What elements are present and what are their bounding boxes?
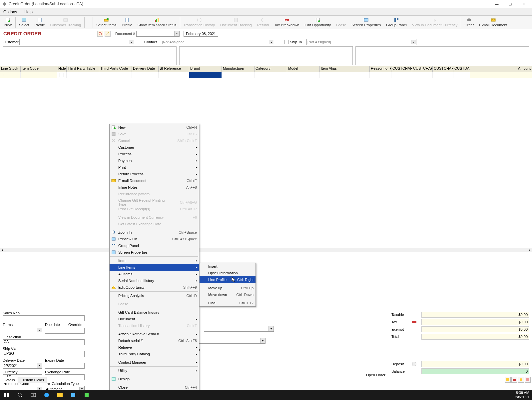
tb-edit-opportunity[interactable]: Edit Opportunity bbox=[302, 17, 333, 28]
duedate-input[interactable] bbox=[45, 328, 85, 334]
hide-check[interactable] bbox=[60, 73, 64, 77]
menu-gift-card-balance-inquiry[interactable]: Gift Card Balance Inquiry bbox=[110, 309, 199, 316]
svg-point-18 bbox=[318, 20, 320, 22]
expiry-input[interactable] bbox=[45, 363, 85, 369]
tb-order[interactable]: Order bbox=[462, 17, 476, 28]
svg-point-29 bbox=[412, 362, 416, 366]
exempt-value: $0.00 bbox=[421, 326, 529, 332]
menu-screen-properties[interactable]: Screen Properties bbox=[110, 249, 199, 256]
tb-screen-properties[interactable]: Screen Properties bbox=[349, 17, 383, 28]
menu-e-mail-document[interactable]: E-mail DocumentCtrl+E bbox=[110, 177, 199, 184]
menu-contact-manager[interactable]: Contact Manager▸ bbox=[110, 359, 199, 366]
menu-return-process[interactable]: Return Process▸ bbox=[110, 171, 199, 177]
deliverydate-combo[interactable]: 2/8/2021▾ bbox=[3, 363, 42, 369]
menu-detach-serial-[interactable]: Detach serial #Ctrl+Alt+F8 bbox=[110, 337, 199, 344]
terms-combo[interactable]: ▾ bbox=[3, 327, 42, 333]
salesrep-label: Sales Rep bbox=[3, 311, 85, 315]
menu-payment[interactable]: Payment▸ bbox=[110, 157, 199, 164]
menu-item[interactable]: Item▸ bbox=[110, 257, 199, 264]
search-icon[interactable] bbox=[13, 390, 27, 400]
tb-profile2[interactable]: Profile bbox=[119, 17, 135, 28]
menu-new[interactable]: NewCtrl+N bbox=[110, 124, 199, 131]
tax-icon[interactable] bbox=[411, 319, 417, 325]
taskview-icon[interactable] bbox=[27, 390, 40, 400]
menu-line-items[interactable]: Line Items▸ bbox=[110, 264, 199, 271]
tray-icon-1[interactable] bbox=[505, 377, 511, 383]
menu-utility[interactable]: Utility▸ bbox=[110, 367, 199, 374]
duedate-label: Due date bbox=[45, 323, 60, 327]
shipto-check[interactable] bbox=[284, 40, 288, 44]
app-icon-2[interactable] bbox=[80, 390, 93, 400]
taskbar-clock[interactable]: 8:39 AM 2/8/2021 bbox=[515, 391, 532, 399]
menu-attach-retrieve-serial-[interactable]: Attach / Retrieve Serial #▸ bbox=[110, 331, 199, 337]
tab-custom-fields[interactable]: Custom Fields bbox=[18, 377, 47, 383]
svg-line-50 bbox=[21, 396, 22, 397]
customer-combo[interactable]: ▾ bbox=[19, 39, 134, 45]
tb-stock-status[interactable]: Show Item Stock Status bbox=[135, 17, 179, 28]
explorer-icon[interactable] bbox=[53, 390, 67, 400]
grid-hscroll[interactable]: ◂ ▸ bbox=[0, 248, 532, 252]
contact-combo[interactable]: [Not Assigned]▾ bbox=[161, 39, 274, 45]
tb-tax-breakdown[interactable]: TAXTax Breakdown bbox=[271, 17, 302, 28]
menu-insert[interactable]: Insert bbox=[200, 263, 256, 270]
menu-line-profile[interactable]: Line ProfileCtrl+Right bbox=[200, 276, 256, 283]
doc-icon-2[interactable] bbox=[105, 31, 111, 37]
context-menu-main[interactable]: NewCtrl+NSaveCtrl+SCancelShift+Ctrl+ZCus… bbox=[109, 124, 199, 391]
menu-print[interactable]: Print▸ bbox=[110, 164, 199, 171]
salesrep-input[interactable] bbox=[3, 315, 85, 321]
menu-serial-number-history[interactable]: Serial Number History▸ bbox=[110, 277, 199, 284]
menu-all-items[interactable]: All Items▸ bbox=[110, 271, 199, 277]
grid-row-1[interactable]: 1 bbox=[0, 72, 532, 78]
menu-change-gift-receipt-printing-type: Change Gift Receipt Printing TypeCtrl+Al… bbox=[110, 199, 199, 206]
customer-label: Customer bbox=[3, 40, 19, 44]
items-grid[interactable]: Line Stock Item Code Hide Third Party Ta… bbox=[0, 66, 532, 78]
menu-move-up[interactable]: Move upCtrl+Up bbox=[200, 285, 256, 291]
taskbar[interactable]: 8:39 AM 2/8/2021 bbox=[0, 390, 532, 400]
minimize-button[interactable]: — bbox=[490, 0, 503, 8]
shipvia-input[interactable]: UPSG bbox=[3, 351, 85, 357]
shipto-combo[interactable]: [Not Assigned]▾ bbox=[306, 39, 416, 45]
maximize-button[interactable]: ▢ bbox=[503, 0, 517, 8]
tray-icon-4[interactable] bbox=[525, 377, 531, 383]
menu-inline-notes[interactable]: Inline NotesAlt+F8 bbox=[110, 184, 199, 191]
ie-icon[interactable] bbox=[40, 390, 53, 400]
menu-retrieve[interactable]: Retrieve▸ bbox=[110, 344, 199, 351]
menu-design[interactable]: Design bbox=[110, 376, 199, 382]
override-check[interactable] bbox=[63, 323, 67, 327]
tb-group-panel[interactable]: Group Panel bbox=[383, 17, 409, 28]
start-button[interactable] bbox=[0, 390, 13, 400]
menu-group-panel[interactable]: Group Panel bbox=[110, 242, 199, 249]
menu-customer[interactable]: Customer▸ bbox=[110, 144, 199, 151]
exrate-input[interactable] bbox=[45, 374, 85, 380]
tb-select-items[interactable]: Select Items bbox=[94, 17, 119, 28]
menu-options[interactable]: Options bbox=[2, 9, 18, 15]
menu-move-down[interactable]: Move downCtrl+Down bbox=[200, 291, 256, 298]
menu-find[interactable]: FindCtrl+F12 bbox=[200, 300, 256, 306]
svg-rect-12 bbox=[158, 18, 159, 22]
close-button[interactable]: ✕ bbox=[517, 0, 530, 8]
context-submenu-line-items[interactable]: InsertUpsell InformationLine ProfileCtrl… bbox=[199, 263, 256, 307]
doc-date[interactable]: February 08, 2021 bbox=[184, 31, 218, 37]
tb-profile[interactable]: Profile bbox=[32, 17, 48, 28]
menu-zoom-in[interactable]: Zoom InCtrl+Space bbox=[110, 229, 199, 236]
tab-details[interactable]: Details bbox=[1, 377, 18, 383]
doc-num-combo[interactable]: ▾ bbox=[136, 31, 180, 37]
mid-combo-1[interactable]: ▾ bbox=[204, 326, 274, 332]
menu-upsell-information[interactable]: Upsell Information bbox=[200, 270, 256, 276]
menu-edit-opportunity[interactable]: Edit OpportunityShift+F9 bbox=[110, 284, 199, 291]
jurisdiction-input[interactable]: CA bbox=[3, 339, 85, 345]
tray-icon-3[interactable] bbox=[518, 377, 524, 383]
menu-third-party-catalog[interactable]: Third Party Catalog▸ bbox=[110, 351, 199, 357]
doc-icon-1[interactable] bbox=[97, 31, 103, 37]
tb-email[interactable]: E-mail Document bbox=[476, 17, 510, 28]
menu-process[interactable]: Process▸ bbox=[110, 151, 199, 157]
app-icon-1[interactable] bbox=[67, 390, 80, 400]
deposit-icon[interactable] bbox=[411, 361, 417, 367]
menu-pricing-analysis[interactable]: Pricing AnalysisCtrl+D bbox=[110, 292, 199, 299]
tray-icon-2[interactable] bbox=[511, 377, 517, 383]
menu-document[interactable]: Document▸ bbox=[110, 316, 199, 322]
tb-select[interactable]: Select bbox=[16, 17, 32, 28]
menu-preview-on[interactable]: Preview OnCtrl+Alt+Space bbox=[110, 236, 199, 242]
tb-new[interactable]: New bbox=[1, 17, 15, 28]
menu-help[interactable]: Help bbox=[23, 9, 34, 15]
